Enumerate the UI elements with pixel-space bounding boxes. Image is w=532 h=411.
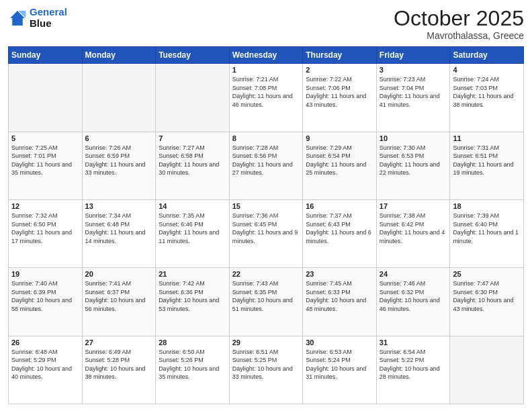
day-number: 18: [453, 202, 521, 210]
day-number: 10: [380, 134, 447, 142]
title-block: October 2025 Mavrothalassa, Greece: [394, 7, 524, 41]
day-number: 6: [85, 134, 153, 142]
day-info: Sunrise: 7:45 AM Sunset: 6:33 PM Dayligh…: [306, 279, 373, 313]
day-number: 12: [11, 202, 79, 210]
col-friday: Friday: [376, 47, 450, 64]
day-number: 24: [380, 270, 447, 278]
day-info: Sunrise: 7:38 AM Sunset: 6:42 PM Dayligh…: [380, 212, 447, 245]
day-info: Sunrise: 7:37 AM Sunset: 6:43 PM Dayligh…: [306, 212, 373, 245]
calendar-cell: 21Sunrise: 7:42 AM Sunset: 6:36 PM Dayli…: [156, 268, 230, 336]
calendar-cell: [450, 336, 524, 404]
logo-line2: Blue: [30, 18, 67, 30]
calendar-cell: 12Sunrise: 7:32 AM Sunset: 6:50 PM Dayli…: [9, 199, 83, 267]
col-saturday: Saturday: [450, 47, 524, 64]
calendar-cell: 14Sunrise: 7:35 AM Sunset: 6:46 PM Dayli…: [156, 199, 230, 267]
day-info: Sunrise: 7:42 AM Sunset: 6:36 PM Dayligh…: [159, 279, 226, 313]
col-sunday: Sunday: [9, 47, 83, 64]
day-info: Sunrise: 7:47 AM Sunset: 6:30 PM Dayligh…: [453, 279, 521, 313]
day-number: 30: [306, 338, 373, 347]
day-info: Sunrise: 7:26 AM Sunset: 6:59 PM Dayligh…: [85, 144, 153, 177]
day-number: 5: [11, 134, 79, 142]
day-number: 19: [11, 270, 79, 278]
calendar-week-2: 5Sunrise: 7:25 AM Sunset: 7:01 PM Daylig…: [9, 132, 524, 199]
calendar-cell: 27Sunrise: 6:49 AM Sunset: 5:28 PM Dayli…: [82, 336, 156, 404]
day-number: 8: [232, 134, 300, 142]
calendar-week-3: 12Sunrise: 7:32 AM Sunset: 6:50 PM Dayli…: [9, 199, 524, 267]
day-info: Sunrise: 7:35 AM Sunset: 6:46 PM Dayligh…: [159, 212, 226, 245]
calendar-cell: [82, 64, 156, 132]
calendar-cell: 31Sunrise: 6:54 AM Sunset: 5:22 PM Dayli…: [376, 336, 450, 404]
calendar-cell: 20Sunrise: 7:41 AM Sunset: 6:37 PM Dayli…: [82, 268, 156, 336]
day-info: Sunrise: 7:27 AM Sunset: 6:58 PM Dayligh…: [159, 144, 226, 177]
day-info: Sunrise: 6:51 AM Sunset: 5:25 PM Dayligh…: [232, 348, 300, 381]
day-number: 15: [232, 202, 300, 210]
calendar-cell: 23Sunrise: 7:45 AM Sunset: 6:33 PM Dayli…: [303, 268, 377, 336]
day-number: 17: [380, 202, 447, 210]
calendar-cell: 1Sunrise: 7:21 AM Sunset: 7:08 PM Daylig…: [229, 64, 303, 132]
day-number: 14: [159, 202, 226, 210]
day-info: Sunrise: 7:30 AM Sunset: 6:53 PM Dayligh…: [380, 144, 447, 177]
day-number: 29: [232, 338, 300, 347]
calendar-cell: 2Sunrise: 7:22 AM Sunset: 7:06 PM Daylig…: [303, 64, 377, 132]
calendar-cell: [156, 64, 230, 132]
calendar-cell: 25Sunrise: 7:47 AM Sunset: 6:30 PM Dayli…: [450, 268, 524, 336]
calendar-cell: [9, 64, 83, 132]
day-info: Sunrise: 7:34 AM Sunset: 6:48 PM Dayligh…: [85, 212, 153, 245]
day-info: Sunrise: 7:31 AM Sunset: 6:51 PM Dayligh…: [453, 144, 521, 177]
calendar-week-4: 19Sunrise: 7:40 AM Sunset: 6:39 PM Dayli…: [9, 268, 524, 336]
day-number: 22: [232, 270, 300, 278]
day-number: 9: [306, 134, 373, 142]
col-tuesday: Tuesday: [156, 47, 230, 64]
calendar-cell: 8Sunrise: 7:28 AM Sunset: 6:56 PM Daylig…: [229, 132, 303, 199]
page: General Blue October 2025 Mavrothalassa,…: [0, 0, 532, 411]
day-number: 13: [85, 202, 153, 210]
calendar-cell: 30Sunrise: 6:53 AM Sunset: 5:24 PM Dayli…: [303, 336, 377, 404]
calendar-cell: 24Sunrise: 7:46 AM Sunset: 6:32 PM Dayli…: [376, 268, 450, 336]
day-number: 26: [11, 338, 79, 347]
calendar-cell: 29Sunrise: 6:51 AM Sunset: 5:25 PM Dayli…: [229, 336, 303, 404]
header: General Blue October 2025 Mavrothalassa,…: [8, 7, 524, 41]
day-info: Sunrise: 7:29 AM Sunset: 6:54 PM Dayligh…: [306, 144, 373, 177]
day-info: Sunrise: 7:28 AM Sunset: 6:56 PM Dayligh…: [232, 144, 300, 177]
calendar-title: October 2025: [394, 7, 524, 30]
day-info: Sunrise: 6:50 AM Sunset: 5:26 PM Dayligh…: [159, 348, 226, 381]
calendar-cell: 28Sunrise: 6:50 AM Sunset: 5:26 PM Dayli…: [156, 336, 230, 404]
calendar-cell: 6Sunrise: 7:26 AM Sunset: 6:59 PM Daylig…: [82, 132, 156, 199]
calendar-cell: 3Sunrise: 7:23 AM Sunset: 7:04 PM Daylig…: [376, 64, 450, 132]
day-number: 1: [232, 66, 300, 74]
day-info: Sunrise: 7:36 AM Sunset: 6:45 PM Dayligh…: [232, 212, 300, 245]
logo: General Blue: [8, 7, 67, 29]
calendar-cell: 22Sunrise: 7:43 AM Sunset: 6:35 PM Dayli…: [229, 268, 303, 336]
calendar-subtitle: Mavrothalassa, Greece: [394, 30, 524, 41]
calendar-cell: 5Sunrise: 7:25 AM Sunset: 7:01 PM Daylig…: [9, 132, 83, 199]
day-number: 21: [159, 270, 226, 278]
calendar-cell: 17Sunrise: 7:38 AM Sunset: 6:42 PM Dayli…: [376, 199, 450, 267]
calendar-cell: 16Sunrise: 7:37 AM Sunset: 6:43 PM Dayli…: [303, 199, 377, 267]
day-info: Sunrise: 7:25 AM Sunset: 7:01 PM Dayligh…: [11, 144, 79, 177]
day-info: Sunrise: 7:40 AM Sunset: 6:39 PM Dayligh…: [11, 279, 79, 313]
logo-icon: [8, 9, 27, 28]
day-info: Sunrise: 6:49 AM Sunset: 5:28 PM Dayligh…: [85, 348, 153, 381]
day-number: 27: [85, 338, 153, 347]
calendar-table: Sunday Monday Tuesday Wednesday Thursday…: [8, 46, 524, 404]
day-number: 25: [453, 270, 521, 278]
day-number: 7: [159, 134, 226, 142]
calendar-cell: 18Sunrise: 7:39 AM Sunset: 6:40 PM Dayli…: [450, 199, 524, 267]
col-monday: Monday: [82, 47, 156, 64]
calendar-week-5: 26Sunrise: 6:48 AM Sunset: 5:29 PM Dayli…: [9, 336, 524, 404]
day-info: Sunrise: 6:53 AM Sunset: 5:24 PM Dayligh…: [306, 348, 373, 381]
calendar-cell: 19Sunrise: 7:40 AM Sunset: 6:39 PM Dayli…: [9, 268, 83, 336]
calendar-cell: 4Sunrise: 7:24 AM Sunset: 7:03 PM Daylig…: [450, 64, 524, 132]
day-number: 28: [159, 338, 226, 347]
day-info: Sunrise: 7:43 AM Sunset: 6:35 PM Dayligh…: [232, 279, 300, 313]
day-info: Sunrise: 7:32 AM Sunset: 6:50 PM Dayligh…: [11, 212, 79, 245]
day-info: Sunrise: 7:21 AM Sunset: 7:08 PM Dayligh…: [232, 75, 300, 109]
day-number: 16: [306, 202, 373, 210]
day-number: 20: [85, 270, 153, 278]
logo-line1: General: [30, 6, 67, 17]
day-info: Sunrise: 6:54 AM Sunset: 5:22 PM Dayligh…: [380, 348, 447, 381]
day-info: Sunrise: 6:48 AM Sunset: 5:29 PM Dayligh…: [11, 348, 79, 381]
logo-text: General Blue: [30, 7, 67, 29]
day-info: Sunrise: 7:41 AM Sunset: 6:37 PM Dayligh…: [85, 279, 153, 313]
calendar-week-1: 1Sunrise: 7:21 AM Sunset: 7:08 PM Daylig…: [9, 64, 524, 132]
